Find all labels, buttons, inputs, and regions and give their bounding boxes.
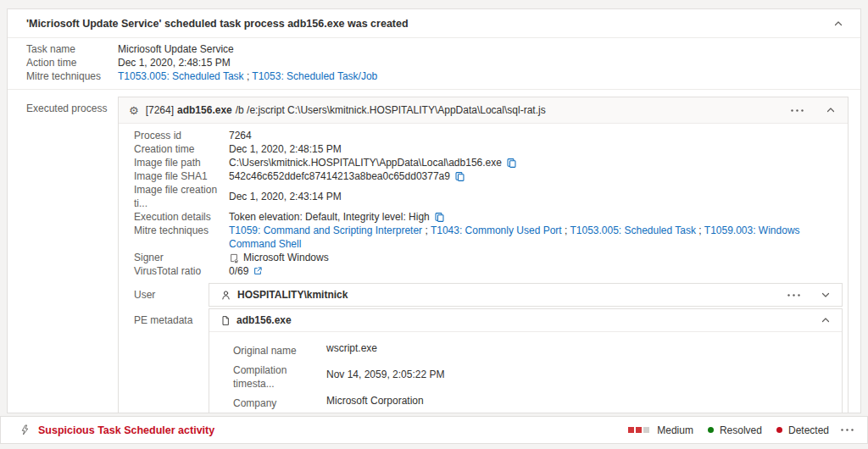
more-icon <box>791 109 804 112</box>
alert-header[interactable]: 'Micriosoft Update Service' scheduled ta… <box>8 9 860 38</box>
process-pid: [7264] <box>146 104 174 116</box>
process-id-row: Process id 7264 <box>134 129 843 142</box>
copy-icon <box>434 212 445 223</box>
virustotal-label: VirusTotal ratio <box>134 264 229 278</box>
mitre-techniques-row: Mitre techniques T1053.005: Scheduled Ta… <box>26 69 847 83</box>
link-separator: ; <box>696 224 704 236</box>
task-name-row: Task name Micriosoft Update Service <box>26 42 847 56</box>
chevron-up-icon <box>821 315 831 325</box>
severity-indicator <box>628 427 649 433</box>
copy-button[interactable] <box>506 158 517 169</box>
compilation-timestamp-row: Compilation timesta... Nov 14, 2059, 2:0… <box>233 358 842 391</box>
signer-row: Signer Microsoft Windows <box>134 251 843 264</box>
person-icon <box>220 290 231 301</box>
resolved-legend: Resolved <box>708 424 762 436</box>
task-name-label: Task name <box>26 42 118 56</box>
original-name-label: Original name <box>233 338 326 358</box>
user-expand-button[interactable] <box>821 290 831 300</box>
image-file-sha1-label: Image file SHA1 <box>134 169 229 183</box>
user-card-header[interactable]: HOSPITALITY\kmitnick <box>209 284 842 306</box>
process-name: adb156.exe <box>177 104 232 116</box>
copy-icon <box>506 158 517 169</box>
resolved-dot <box>708 427 714 433</box>
link-separator: ; <box>244 70 253 82</box>
link-separator: ; <box>422 224 431 236</box>
mitre-link[interactable]: T1059: Command and Scripting Interpreter <box>229 224 422 236</box>
mitre-techniques-label: Mitre techniques <box>26 69 118 83</box>
severity-square <box>628 427 634 433</box>
product-value: Microsoft ® Windows Script Host <box>326 410 475 413</box>
image-file-path-value: C:\Users\kmitnick.HOSPITALITY\AppData\Lo… <box>229 156 502 169</box>
pe-metadata-collapse-button[interactable] <box>821 315 831 325</box>
process-card-header[interactable]: ⚙ [7264] adb156.exe /b /e:jscript C:\Use… <box>119 97 848 124</box>
footer-alert-title: Suspicious Task Scheduler activity <box>38 424 628 436</box>
compilation-timestamp-value: Nov 14, 2059, 2:05:22 PM <box>326 358 444 391</box>
process-id-label: Process id <box>134 129 229 142</box>
user-label: User <box>134 283 209 307</box>
user-more-button[interactable] <box>787 294 800 297</box>
more-icon <box>787 294 800 297</box>
user-row: User HOSPITALITY\kmitnick <box>134 283 843 307</box>
pe-metadata-card-title: adb156.exe <box>236 314 821 326</box>
status-legend: Medium Resolved Detected <box>628 424 829 436</box>
product-label: Product <box>233 410 326 413</box>
mitre-link[interactable]: T1053.005: Scheduled Task <box>570 224 696 236</box>
lightning-icon <box>19 424 31 436</box>
copy-button[interactable] <box>454 171 465 182</box>
mitre-link[interactable]: T1043: Commonly Used Port <box>431 224 562 236</box>
company-value: Microsoft Corporation <box>326 391 424 410</box>
process-mitre-label: Mitre techniques <box>134 224 229 251</box>
action-time-label: Action time <box>26 56 118 69</box>
process-more-button[interactable] <box>791 109 804 112</box>
user-card: HOSPITALITY\kmitnick <box>209 283 843 307</box>
action-time-value: Dec 1, 2020, 2:48:15 PM <box>118 56 231 69</box>
alert-details-card: 'Micriosoft Update Service' scheduled ta… <box>7 8 861 413</box>
executed-process-section: Executed process ⚙ [7264] adb156.exe /b … <box>8 90 860 413</box>
execution-details-label: Execution details <box>134 210 229 224</box>
action-time-row: Action time Dec 1, 2020, 2:48:15 PM <box>26 56 847 69</box>
pe-metadata-card-header[interactable]: adb156.exe <box>209 309 842 331</box>
mitre-link[interactable]: T1053: Scheduled Task/Job <box>252 70 377 82</box>
process-args: /b /e:jscript C:\Users\kmitnick.HOSPITAL… <box>236 104 546 116</box>
severity-square <box>636 427 642 433</box>
footer-more-button[interactable] <box>841 429 854 431</box>
chevron-up-icon <box>833 19 843 29</box>
alert-footer-bar[interactable]: Suspicious Task Scheduler activity Mediu… <box>0 416 868 444</box>
process-id-value: 7264 <box>229 129 252 142</box>
severity-square <box>643 427 649 433</box>
image-file-path-label: Image file path <box>134 156 229 169</box>
mitre-link[interactable]: T1053.005: Scheduled Task <box>118 70 244 82</box>
copy-icon <box>454 171 465 182</box>
executed-process-label: Executed process <box>26 97 118 114</box>
gear-icon: ⚙ <box>129 105 139 116</box>
pe-metadata-card: adb156.exe Original name wscript.exe <box>209 308 843 413</box>
image-file-sha1-row: Image file SHA1 542c46c652ddefc87414213a… <box>134 169 843 183</box>
product-row: Product Microsoft ® Windows Script Host <box>233 410 842 413</box>
process-card: ⚙ [7264] adb156.exe /b /e:jscript C:\Use… <box>118 97 849 413</box>
company-row: Company Microsoft Corporation <box>233 391 842 410</box>
process-collapse-button[interactable] <box>826 105 836 115</box>
detected-legend: Detected <box>776 424 829 436</box>
execution-details-value: Token elevation: Default, Integrity leve… <box>229 210 430 224</box>
creation-time-row: Creation time Dec 1, 2020, 2:48:15 PM <box>134 142 843 156</box>
creation-time-label: Creation time <box>134 142 229 156</box>
external-link-icon <box>253 266 263 276</box>
alert-title: 'Micriosoft Update Service' scheduled ta… <box>26 18 409 30</box>
process-title: [7264] adb156.exe /b /e:jscript C:\Users… <box>146 104 791 116</box>
collapse-alert-button[interactable] <box>833 19 843 29</box>
chevron-down-icon <box>821 290 831 300</box>
virustotal-value: 0/69 <box>229 264 248 278</box>
company-label: Company <box>233 391 326 410</box>
original-name-row: Original name wscript.exe <box>233 338 842 358</box>
severity-label: Medium <box>657 424 693 436</box>
creation-time-value: Dec 1, 2020, 2:48:15 PM <box>229 142 342 156</box>
pe-metadata-label: PE metadata <box>134 308 209 413</box>
virustotal-external-link[interactable] <box>253 266 263 276</box>
process-details: Process id 7264 Creation time Dec 1, 202… <box>119 124 848 413</box>
signer-value: Microsoft Windows <box>243 251 329 264</box>
pe-metadata-row: PE metadata adb156.exe Original name <box>134 308 843 413</box>
copy-button[interactable] <box>434 212 445 223</box>
compilation-timestamp-label: Compilation timesta... <box>233 358 326 391</box>
virustotal-row: VirusTotal ratio 0/69 <box>134 264 843 278</box>
image-file-creation-time-label: Image file creation ti... <box>134 183 229 210</box>
